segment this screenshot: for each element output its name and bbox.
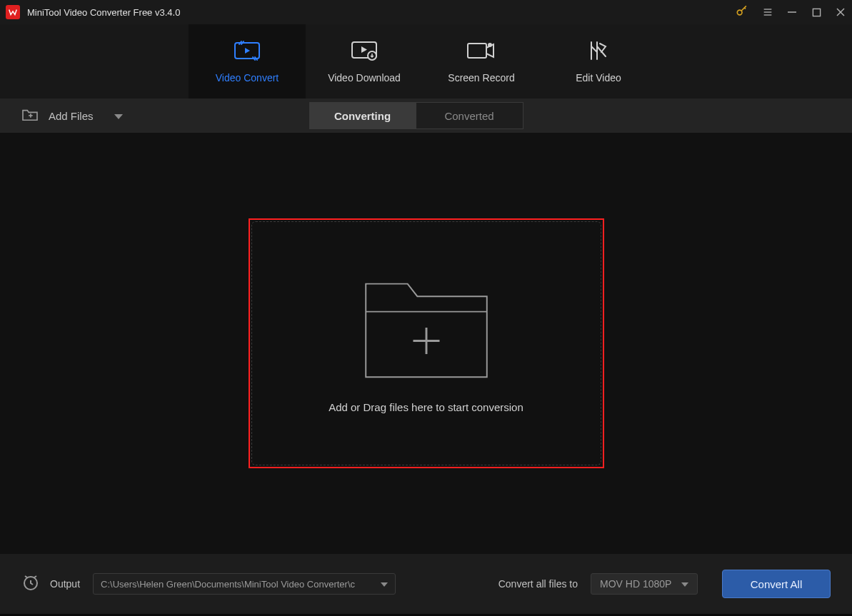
svg-marker-22 bbox=[381, 582, 388, 587]
chevron-down-icon bbox=[681, 578, 688, 590]
output-label: Output bbox=[50, 578, 80, 590]
add-files-button[interactable]: Add Files bbox=[21, 108, 124, 124]
tab-label: Video Download bbox=[328, 72, 401, 84]
tab-label: Edit Video bbox=[576, 72, 621, 84]
tab-screen-record[interactable]: Screen Record bbox=[423, 24, 540, 99]
sub-tabs: Converting Converted bbox=[309, 102, 523, 129]
menu-icon[interactable] bbox=[762, 6, 773, 18]
screen-record-icon bbox=[466, 39, 496, 62]
video-download-icon bbox=[351, 39, 378, 62]
format-value: MOV HD 1080P bbox=[600, 578, 671, 590]
maximize-button[interactable] bbox=[811, 6, 822, 18]
tab-label: Screen Record bbox=[448, 72, 514, 84]
svg-point-0 bbox=[737, 10, 742, 15]
tab-video-download[interactable]: Video Download bbox=[306, 24, 423, 99]
tab-edit-video[interactable]: Edit Video bbox=[540, 24, 657, 99]
app-title: MiniTool Video Converter Free v3.4.0 bbox=[27, 7, 735, 18]
output-path-select[interactable]: C:\Users\Helen Green\Documents\MiniTool … bbox=[93, 573, 396, 595]
tab-video-convert[interactable]: Video Convert bbox=[189, 24, 306, 99]
output-format-select[interactable]: MOV HD 1080P bbox=[591, 573, 698, 595]
svg-marker-17 bbox=[114, 114, 123, 119]
convert-all-files-label: Convert all files to bbox=[498, 578, 578, 590]
edit-video-icon bbox=[587, 39, 610, 62]
app-logo-icon bbox=[6, 5, 20, 19]
toolbar: Add Files Converting Converted bbox=[0, 99, 852, 133]
svg-marker-23 bbox=[681, 582, 688, 587]
minimize-button[interactable] bbox=[786, 6, 798, 18]
convert-all-button[interactable]: Convert All bbox=[722, 570, 831, 598]
titlebar: MiniTool Video Converter Free v3.4.0 bbox=[0, 0, 852, 24]
schedule-icon[interactable] bbox=[21, 573, 40, 595]
dropzone-text: Add or Drag files here to start conversi… bbox=[329, 401, 523, 413]
svg-marker-9 bbox=[245, 48, 250, 54]
file-dropzone[interactable]: Add or Drag files here to start conversi… bbox=[249, 218, 604, 468]
subtab-converting[interactable]: Converting bbox=[309, 102, 416, 129]
chevron-down-icon bbox=[381, 579, 388, 590]
output-path-value: C:\Users\Helen Green\Documents\MiniTool … bbox=[101, 579, 355, 590]
svg-rect-5 bbox=[813, 9, 820, 16]
svg-point-14 bbox=[488, 43, 492, 47]
add-files-label: Add Files bbox=[49, 110, 94, 122]
tab-label: Video Convert bbox=[216, 72, 279, 84]
video-convert-icon bbox=[234, 39, 261, 62]
svg-rect-13 bbox=[468, 44, 486, 58]
subtab-converted[interactable]: Converted bbox=[416, 102, 523, 129]
close-button[interactable] bbox=[835, 6, 846, 18]
footer: Output C:\Users\Helen Green\Documents\Mi… bbox=[0, 554, 852, 614]
svg-marker-11 bbox=[361, 46, 367, 53]
folder-add-icon bbox=[360, 274, 493, 383]
content-area: Add or Drag files here to start conversi… bbox=[0, 133, 852, 554]
chevron-down-icon bbox=[114, 110, 124, 122]
upgrade-key-icon[interactable] bbox=[735, 4, 749, 21]
folder-plus-icon bbox=[21, 108, 39, 124]
main-tabs: Video Convert Video Download Screen Reco… bbox=[0, 24, 852, 99]
